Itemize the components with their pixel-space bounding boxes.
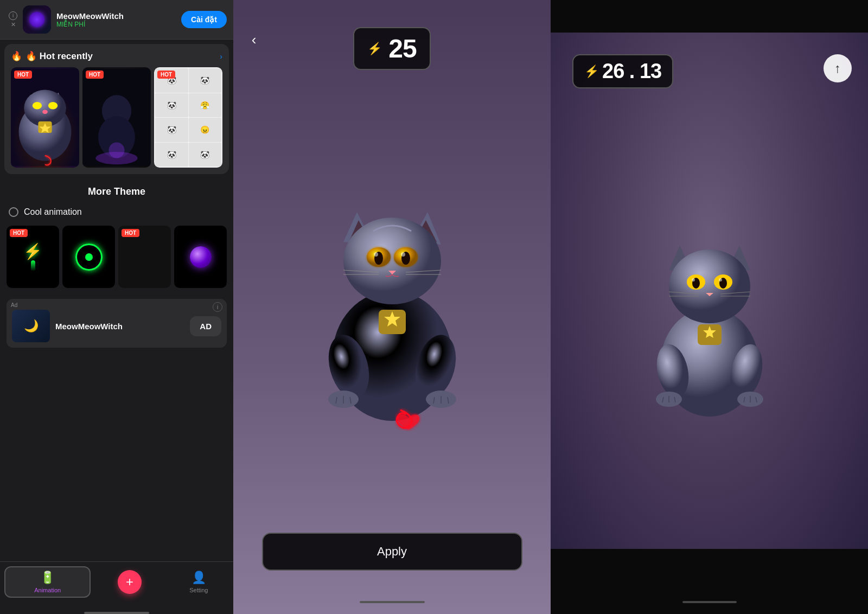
animation-tab-label: Animation xyxy=(34,587,61,593)
ad-app-subtitle: MIỄN PHÍ xyxy=(56,21,176,28)
hot-grid: HOT xyxy=(11,67,222,168)
ad-info-icon-small[interactable]: i xyxy=(213,302,222,312)
svg-point-52 xyxy=(719,278,722,282)
panda-cell: 🐼 xyxy=(189,68,222,93)
home-indicator xyxy=(84,612,149,614)
right-panel: ⚡ 26 . 13 ↑ xyxy=(551,0,868,614)
hot-badge-2: HOT xyxy=(86,71,104,79)
panda-cell: 🐼 xyxy=(155,118,188,142)
svg-point-14 xyxy=(108,143,124,158)
back-chevron-icon: ‹ xyxy=(252,31,257,48)
ad-label: Ad xyxy=(11,302,17,308)
svg-point-5 xyxy=(33,102,42,110)
bottom-ad-section: Ad i 🌙 MeowMeowWitch AD xyxy=(7,299,227,348)
close-icon[interactable]: ✕ xyxy=(11,21,16,28)
hot-badge-1: HOT xyxy=(14,71,32,79)
setting-tab-label: Setting xyxy=(189,587,208,593)
animation-thumbnails: HOT ⚡ HOT xyxy=(0,222,233,295)
battery-number-right: 26 . 13 xyxy=(602,60,661,83)
up-arrow-icon: ↑ xyxy=(834,61,841,76)
svg-point-51 xyxy=(692,278,695,282)
hot-badge-anim-3: HOT xyxy=(122,229,139,237)
panda-cell: 🐼 xyxy=(155,93,188,118)
drip-effect xyxy=(31,260,35,271)
inner-dot xyxy=(85,253,93,261)
purple-orb xyxy=(190,246,212,268)
ad-controls: i ✕ xyxy=(9,11,17,28)
ad-app-icon xyxy=(23,5,51,34)
add-button[interactable]: + xyxy=(118,570,142,594)
bolt-icon-right: ⚡ xyxy=(584,65,599,79)
hot-badge-anim-1: HOT xyxy=(10,229,28,237)
back-button[interactable]: ‹ xyxy=(244,30,264,49)
panda-cell: 🐼 xyxy=(189,143,222,167)
home-indicator-right xyxy=(682,601,737,603)
ad-name-bottom: MeowMeowWitch xyxy=(55,322,123,331)
fire-icon: 🔥 xyxy=(11,50,22,62)
setting-tab-icon: 👤 xyxy=(192,571,206,585)
middle-panel: ‹ ⚡ 25 xyxy=(233,0,551,614)
hot-item-cat-neon[interactable]: HOT xyxy=(11,67,79,168)
anim-thumb-green-circle[interactable] xyxy=(62,226,115,288)
right-top-bar xyxy=(551,0,868,33)
panda-cell: 😤 xyxy=(189,93,222,118)
hot-recently-section: 🔥 🔥 Hot recently › HOT xyxy=(4,44,229,174)
battery-bolt-icon: ⚡ xyxy=(367,42,382,56)
cool-animation-row[interactable]: Cool animation xyxy=(0,202,233,222)
ad-app-title: MeowMeowWitch xyxy=(56,11,176,21)
home-indicator-mid xyxy=(360,601,425,603)
info-icon[interactable]: i xyxy=(9,11,17,20)
svg-point-6 xyxy=(48,102,58,110)
right-bottom-bar xyxy=(551,549,868,614)
cool-animation-label: Cool animation xyxy=(24,207,82,217)
tab-item-animation[interactable]: 🔋 Animation xyxy=(4,566,91,598)
anim-thumb-dark[interactable]: HOT xyxy=(118,226,171,288)
svg-point-46 xyxy=(669,250,750,323)
panda-grid: 🐼 🐼 🐼 😤 🐼 😠 🐼 🐼 xyxy=(154,67,222,168)
battery-display-right: ⚡ 26 . 13 xyxy=(572,54,673,88)
cat-illustration-right xyxy=(628,210,791,427)
svg-point-4 xyxy=(24,90,66,127)
anim-thumb-purple-orb[interactable] xyxy=(174,226,227,288)
hot-item-dark-figure[interactable]: HOT xyxy=(82,67,151,168)
hot-badge-3: HOT xyxy=(157,71,175,79)
tab-bar: 🔋 Animation + 👤 Setting xyxy=(0,561,233,609)
panda-cell: 🐼 xyxy=(155,143,188,167)
ad-button[interactable]: AD xyxy=(190,316,221,336)
panda-cell: 😠 xyxy=(189,118,222,142)
right-main: ⚡ 26 . 13 ↑ xyxy=(551,33,868,549)
green-circle xyxy=(75,244,103,271)
svg-point-25 xyxy=(374,252,378,257)
tab-item-setting[interactable]: 👤 Setting xyxy=(164,571,233,593)
tab-item-add[interactable]: + xyxy=(95,570,164,594)
install-button[interactable]: Cài đặt xyxy=(181,11,227,28)
radio-button[interactable] xyxy=(9,207,18,217)
hot-title: 🔥 🔥 Hot recently xyxy=(11,50,93,62)
battery-display-mid: ⚡ 25 xyxy=(353,27,430,70)
cat-container-right xyxy=(551,88,868,549)
plus-icon: + xyxy=(126,574,133,590)
cat-illustration-mid xyxy=(295,171,490,432)
left-panel: i ✕ MeowMeowWitch MIỄN PHÍ Cài đặt 🔥 🔥 H… xyxy=(0,0,233,614)
hot-arrow[interactable]: › xyxy=(220,52,222,61)
hot-item-panda-grid[interactable]: HOT 🐼 🐼 🐼 😤 🐼 😠 🐼 🐼 xyxy=(154,67,222,168)
svg-point-20 xyxy=(343,218,441,304)
ad-banner: i ✕ MeowMeowWitch MIỄN PHÍ Cài đặt xyxy=(0,0,233,40)
battery-number-mid: 25 xyxy=(388,34,416,63)
animation-tab-icon: 🔋 xyxy=(40,571,55,585)
hot-header: 🔥 🔥 Hot recently › xyxy=(11,50,222,62)
ad-info: MeowMeowWitch MIỄN PHÍ xyxy=(56,11,176,28)
hot-title-text: 🔥 Hot recently xyxy=(25,50,93,62)
up-arrow-button[interactable]: ↑ xyxy=(824,54,852,82)
more-theme-title: More Theme xyxy=(0,178,233,202)
cat-container-mid xyxy=(233,70,551,533)
svg-point-7 xyxy=(42,110,48,114)
anim-thumb-green-bolt[interactable]: HOT ⚡ xyxy=(7,226,59,288)
apply-button[interactable]: Apply xyxy=(262,533,522,571)
ad-thumb-small: 🌙 xyxy=(12,310,50,342)
bolt-icon: ⚡ xyxy=(23,242,42,260)
moon-icon: 🌙 xyxy=(24,319,39,333)
svg-point-26 xyxy=(401,252,405,257)
